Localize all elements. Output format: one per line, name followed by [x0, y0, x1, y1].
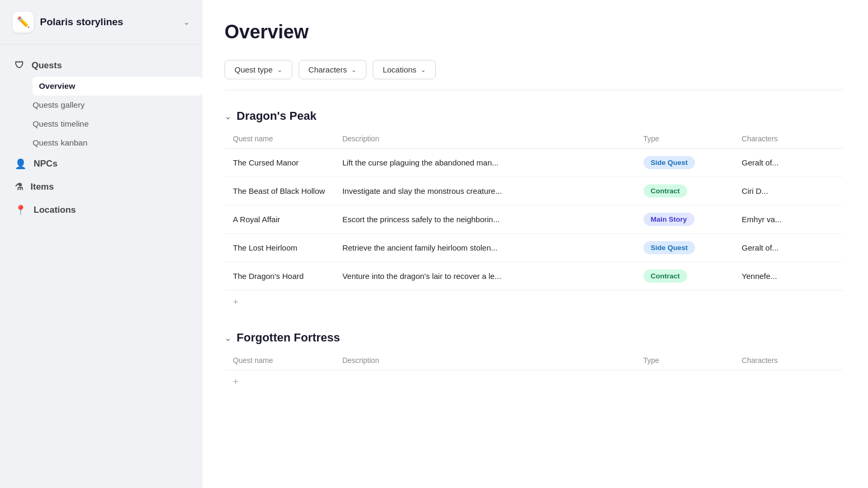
locations-chevron-icon: ⌄ — [421, 66, 426, 74]
app-logo: ✏️ — [13, 12, 34, 33]
sidebar-item-items-label: Items — [30, 182, 54, 192]
col-header-description: Description — [334, 129, 635, 149]
quest-chars-cell: Geralt of... — [733, 149, 843, 177]
type-badge: Contract — [644, 184, 688, 198]
pin-icon: 📍 — [15, 204, 26, 216]
filter-characters[interactable]: Characters ⌄ — [299, 60, 366, 79]
sidebar-item-quests-label: Quests — [32, 60, 62, 71]
table-row[interactable]: The Cursed Manor Lift the curse plaguing… — [224, 149, 843, 177]
sidebar-item-locations[interactable]: 📍 Locations — [0, 199, 202, 222]
col-header-characters: Characters — [733, 129, 843, 149]
quest-type-cell: Main Story — [635, 205, 733, 234]
add-quest-forgotten-fortress[interactable]: + — [224, 370, 843, 394]
quest-chars-cell: Geralt of... — [733, 234, 843, 262]
section-forgotten-fortress: ⌄ Forgotten Fortress Quest name Descript… — [224, 331, 843, 394]
table-row[interactable]: A Royal Affair Escort the princess safel… — [224, 205, 843, 234]
filter-locations[interactable]: Locations ⌄ — [373, 60, 436, 79]
col-header-quest-name-ff: Quest name — [224, 351, 334, 370]
table-row[interactable]: The Beast of Black Hollow Investigate an… — [224, 177, 843, 205]
sidebar-item-overview[interactable]: Overview — [33, 77, 202, 96]
sidebar-item-items[interactable]: ⚗ Items — [0, 175, 202, 199]
main-content: Overview Quest type ⌄ Characters ⌄ Locat… — [202, 0, 868, 488]
section-dragons-peak: ⌄ Dragon's Peak Quest name Description T… — [224, 109, 843, 314]
add-icon: + — [233, 297, 239, 308]
type-badge: Side Quest — [644, 156, 696, 169]
quest-name-cell: The Beast of Black Hollow — [224, 177, 334, 205]
sidebar-item-gallery[interactable]: Quests gallery — [33, 96, 202, 115]
table-row[interactable]: The Lost Heirloom Retrieve the ancient f… — [224, 234, 843, 262]
collapse-icon-forgotten-fortress[interactable]: ⌄ — [224, 333, 231, 343]
sidebar-header: ✏️ Polaris storylines ⌄ — [0, 0, 202, 45]
quest-name-cell: A Royal Affair — [224, 205, 334, 234]
page-title: Overview — [224, 21, 843, 43]
quest-type-cell: Side Quest — [635, 149, 733, 177]
col-header-type: Type — [635, 129, 733, 149]
quest-chars-cell: Emhyr va... — [733, 205, 843, 234]
quest-name-cell: The Dragon's Hoard — [224, 262, 334, 290]
sidebar-item-timeline[interactable]: Quests timeline — [33, 115, 202, 133]
add-icon-ff: + — [233, 377, 239, 388]
type-badge: Main Story — [644, 213, 695, 226]
quest-desc-cell: Investigate and slay the monstrous creat… — [334, 177, 635, 205]
table-row[interactable]: The Dragon's Hoard Venture into the drag… — [224, 262, 843, 290]
logo-icon: ✏️ — [17, 16, 30, 28]
col-header-description-ff: Description — [334, 351, 635, 370]
collapse-icon-dragons-peak[interactable]: ⌄ — [224, 111, 231, 121]
quest-type-cell: Contract — [635, 177, 733, 205]
col-header-quest-name: Quest name — [224, 129, 334, 149]
section-title-dragons-peak: Dragon's Peak — [237, 109, 316, 123]
app-name: Polaris storylines — [40, 16, 177, 28]
sidebar: ✏️ Polaris storylines ⌄ 🛡 Quests Overvie… — [0, 0, 202, 488]
app-menu-chevron[interactable]: ⌄ — [183, 18, 190, 26]
quest-desc-cell: Venture into the dragon's lair to recove… — [334, 262, 635, 290]
quest-table-forgotten-fortress: Quest name Description Type Characters — [224, 351, 843, 370]
quest-name-cell: The Lost Heirloom — [224, 234, 334, 262]
quest-name-cell: The Cursed Manor — [224, 149, 334, 177]
filters-bar: Quest type ⌄ Characters ⌄ Locations ⌄ — [224, 60, 843, 90]
quest-chars-cell: Ciri D... — [733, 177, 843, 205]
shield-icon: 🛡 — [15, 60, 24, 71]
quest-desc-cell: Escort the princess safely to the neighb… — [334, 205, 635, 234]
sidebar-item-locations-label: Locations — [34, 205, 76, 215]
quest-type-cell: Side Quest — [635, 234, 733, 262]
quest-type-chevron-icon: ⌄ — [277, 66, 282, 74]
sidebar-item-npcs-label: NPCs — [34, 159, 57, 169]
sidebar-item-quests[interactable]: 🛡 Quests — [0, 54, 202, 77]
quest-table-dragons-peak: Quest name Description Type Characters T… — [224, 129, 843, 290]
sidebar-item-kanban[interactable]: Quests kanban — [33, 133, 202, 152]
characters-chevron-icon: ⌄ — [351, 66, 356, 74]
col-header-characters-ff: Characters — [733, 351, 843, 370]
type-badge: Contract — [644, 269, 688, 283]
quest-chars-cell: Yennefe... — [733, 262, 843, 290]
add-quest-dragons-peak[interactable]: + — [224, 290, 843, 314]
quest-desc-cell: Lift the curse plaguing the abandoned ma… — [334, 149, 635, 177]
quest-type-cell: Contract — [635, 262, 733, 290]
type-badge: Side Quest — [644, 241, 696, 254]
person-icon: 👤 — [15, 158, 26, 170]
col-header-type-ff: Type — [635, 351, 733, 370]
section-title-forgotten-fortress: Forgotten Fortress — [237, 331, 340, 345]
sidebar-item-npcs[interactable]: 👤 NPCs — [0, 152, 202, 175]
quest-desc-cell: Retrieve the ancient family heirloom sto… — [334, 234, 635, 262]
filter-quest-type[interactable]: Quest type ⌄ — [224, 60, 292, 79]
flask-icon: ⚗ — [15, 181, 23, 193]
quests-sub-nav: Overview Quests gallery Quests timeline … — [33, 77, 202, 152]
section-header-dragons-peak: ⌄ Dragon's Peak — [224, 109, 843, 129]
section-header-forgotten-fortress: ⌄ Forgotten Fortress — [224, 331, 843, 351]
sidebar-nav: 🛡 Quests Overview Quests gallery Quests … — [0, 45, 202, 231]
